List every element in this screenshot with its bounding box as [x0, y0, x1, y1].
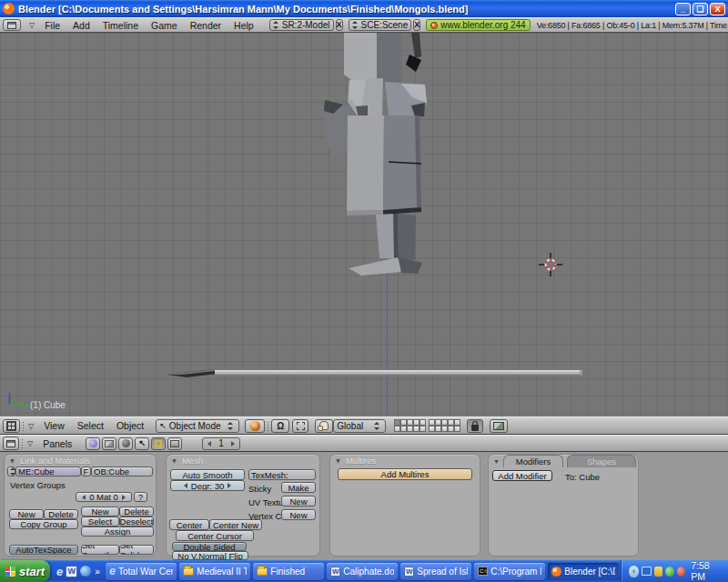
- set-solid-button[interactable]: Set Solid: [119, 545, 154, 555]
- screen-close-button[interactable]: X: [336, 19, 343, 31]
- minimize-button[interactable]: _: [675, 3, 691, 15]
- delete-group-button[interactable]: Delete: [44, 509, 78, 519]
- 3d-viewport[interactable]: z y (1) Cube: [0, 33, 728, 416]
- deselect-button[interactable]: Deselect: [119, 517, 154, 527]
- object-context-button[interactable]: ↖: [135, 437, 149, 450]
- panel-collapse-icon[interactable]: ▼: [493, 458, 500, 465]
- frame-counter[interactable]: 1: [202, 437, 240, 450]
- decrement-arrow-icon[interactable]: [82, 495, 86, 500]
- 3d-cursor[interactable]: [539, 253, 562, 276]
- texmesh-field[interactable]: TexMesh:: [248, 469, 316, 480]
- tab-shapes[interactable]: Shapes: [567, 455, 636, 467]
- increment-arrow-icon[interactable]: [122, 495, 126, 500]
- drag-handle[interactable]: [21, 438, 24, 448]
- start-button[interactable]: start: [0, 560, 50, 582]
- menu-file[interactable]: File: [45, 20, 60, 31]
- layer-buttons[interactable]: [394, 419, 460, 432]
- sticky-make-button[interactable]: Make: [281, 482, 316, 493]
- logic-context-button[interactable]: [86, 437, 100, 450]
- menu-help[interactable]: Help: [234, 20, 254, 31]
- scene-selector[interactable]: SCE:Scene: [349, 19, 412, 31]
- restore-button[interactable]: ❏: [693, 3, 708, 15]
- titlebar[interactable]: Blender [C:\Documents and Settings\Harsi…: [0, 0, 728, 17]
- buttons-window-type-button[interactable]: [3, 436, 19, 450]
- drag-handle[interactable]: [22, 421, 25, 431]
- object-name-field[interactable]: OB:Cube: [91, 467, 153, 477]
- draw-type-button[interactable]: [245, 419, 265, 433]
- degr-counter[interactable]: Degr: 30: [170, 480, 245, 491]
- collapse-triangle-icon[interactable]: ▽: [28, 422, 34, 430]
- panels-menu[interactable]: Panels: [43, 438, 72, 449]
- tray-green-icon[interactable]: [665, 567, 674, 577]
- quicklaunch-chevron-icon[interactable]: »: [95, 567, 100, 577]
- select-button[interactable]: Select: [81, 517, 119, 527]
- task-button-medieval[interactable]: Medieval II Tot...: [179, 563, 250, 580]
- fake-user-button[interactable]: F: [81, 467, 91, 477]
- menu-select[interactable]: Select: [77, 420, 104, 431]
- blender-org-badge[interactable]: www.blender.org 244: [426, 19, 530, 31]
- task-button-blender[interactable]: Blender [C:\Doc...: [548, 563, 619, 580]
- center-cursor-button[interactable]: Center Cursor: [176, 530, 254, 541]
- panel-collapse-icon[interactable]: ▼: [335, 457, 341, 464]
- task-button-caliphate[interactable]: W Caliphate.doc -...: [327, 563, 398, 580]
- increment-arrow-icon[interactable]: [228, 483, 231, 488]
- no-vnormal-flip-button[interactable]: No V.Normal Flip: [172, 551, 248, 560]
- panel-header[interactable]: ▼ Link and Materials: [5, 455, 156, 467]
- auto-smooth-button[interactable]: Auto Smooth: [170, 469, 245, 480]
- add-multires-button[interactable]: Add Multires: [338, 468, 472, 480]
- task-button-spread-of-islam[interactable]: W Spread of Islam...: [400, 563, 471, 580]
- panel-collapse-icon[interactable]: ▼: [171, 457, 177, 464]
- help-button[interactable]: ?: [134, 492, 147, 502]
- vertex-color-new-button[interactable]: New: [281, 509, 316, 520]
- decrement-arrow-icon[interactable]: [184, 483, 187, 488]
- layer-block-1[interactable]: [394, 419, 426, 432]
- panel-collapse-icon[interactable]: ▼: [9, 457, 15, 464]
- menu-add[interactable]: Add: [73, 20, 90, 31]
- layer-block-2[interactable]: [429, 419, 460, 432]
- menu-timeline[interactable]: Timeline: [103, 20, 138, 31]
- set-smooth-button[interactable]: Set Smooth: [81, 545, 119, 555]
- panel-header[interactable]: ▼ Mesh: [167, 455, 319, 467]
- editing-context-button[interactable]: [151, 437, 166, 450]
- tab-modifiers[interactable]: Modifiers: [503, 455, 563, 467]
- scene-context-button[interactable]: [167, 437, 182, 450]
- script-context-button[interactable]: [102, 437, 116, 450]
- menu-object[interactable]: Object: [116, 420, 144, 431]
- add-modifier-button[interactable]: Add Modifier: [492, 470, 552, 481]
- mesh-name-field[interactable]: ME:Cube: [15, 467, 81, 477]
- assign-button[interactable]: Assign: [81, 527, 154, 537]
- close-button[interactable]: X: [710, 3, 725, 15]
- uv-texture-new-button[interactable]: New: [281, 496, 316, 507]
- proportional-edit-button[interactable]: Ω: [271, 419, 289, 433]
- word-quicklaunch-icon[interactable]: W: [66, 566, 77, 577]
- lock-layers-button[interactable]: [467, 419, 483, 433]
- viewport-canvas[interactable]: [0, 33, 728, 416]
- new-group-button[interactable]: New: [9, 509, 44, 519]
- center-button[interactable]: Center: [169, 519, 209, 530]
- render-preview-button[interactable]: [490, 419, 508, 433]
- tray-yellow-icon[interactable]: [654, 567, 663, 577]
- center-new-button[interactable]: Center New: [209, 519, 262, 530]
- window-type-button[interactable]: [3, 19, 21, 31]
- snap-button[interactable]: [292, 419, 308, 433]
- ie-quicklaunch-icon[interactable]: e: [56, 565, 63, 578]
- delete-material-button[interactable]: Delete: [119, 507, 154, 517]
- task-button-program-files[interactable]: C:\ C:\Program File...: [474, 563, 545, 580]
- menu-view[interactable]: View: [44, 420, 65, 431]
- tray-red-icon[interactable]: [677, 567, 686, 577]
- decrement-arrow-icon[interactable]: [207, 441, 211, 447]
- mode-dropdown[interactable]: ↖ Object Mode: [156, 419, 239, 433]
- collapse-triangle-icon[interactable]: ▽: [27, 439, 33, 447]
- task-button-total-war[interactable]: e Total War Cent...: [106, 563, 177, 580]
- increment-arrow-icon[interactable]: [231, 441, 235, 447]
- material-counter[interactable]: 0 Mat 0: [76, 492, 132, 502]
- warrior-model[interactable]: [324, 33, 427, 276]
- menu-render[interactable]: Render: [190, 20, 221, 31]
- new-material-button[interactable]: New: [81, 507, 119, 517]
- msn-quicklaunch-icon[interactable]: [80, 566, 91, 577]
- viewport-type-button[interactable]: [3, 419, 20, 433]
- manipulator-button[interactable]: [315, 419, 333, 433]
- tray-chevron-icon[interactable]: ‹: [629, 566, 639, 577]
- mesh-browse-button[interactable]: [7, 467, 15, 477]
- spear-model[interactable]: [167, 369, 582, 377]
